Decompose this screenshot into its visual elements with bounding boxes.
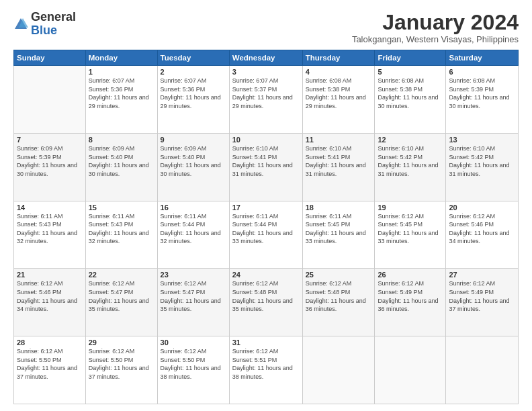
calendar-cell: 22Sunrise: 6:12 AMSunset: 5:47 PMDayligh… — [85, 269, 157, 336]
day-number: 3 — [232, 68, 300, 76]
day-info: Sunrise: 6:09 AMSunset: 5:40 PMDaylight:… — [161, 144, 226, 178]
calendar-cell: 5Sunrise: 6:08 AMSunset: 5:38 PMDaylight… — [375, 66, 446, 134]
day-info: Sunrise: 6:10 AMSunset: 5:41 PMDaylight:… — [232, 144, 300, 178]
subtitle: Talokgangan, Western Visayas, Philippine… — [352, 34, 519, 44]
logo-general-text: General — [31, 10, 76, 24]
day-info: Sunrise: 6:08 AMSunset: 5:38 PMDaylight:… — [306, 77, 372, 110]
calendar-cell: 24Sunrise: 6:12 AMSunset: 5:48 PMDayligh… — [229, 269, 302, 336]
week-row-2: 7Sunrise: 6:09 AMSunset: 5:39 PMDaylight… — [14, 133, 519, 201]
calendar-cell: 9Sunrise: 6:09 AMSunset: 5:40 PMDaylight… — [157, 133, 229, 201]
calendar-cell: 16Sunrise: 6:11 AMSunset: 5:44 PMDayligh… — [157, 201, 229, 269]
calendar-cell — [14, 66, 86, 134]
day-info: Sunrise: 6:10 AMSunset: 5:42 PMDaylight:… — [378, 144, 443, 178]
calendar-cell: 20Sunrise: 6:12 AMSunset: 5:46 PMDayligh… — [446, 201, 519, 269]
calendar-cell: 11Sunrise: 6:10 AMSunset: 5:41 PMDayligh… — [302, 133, 375, 201]
logo-blue-text: Blue — [31, 24, 57, 37]
day-info: Sunrise: 6:12 AMSunset: 5:48 PMDaylight:… — [306, 279, 372, 313]
day-number: 29 — [89, 338, 154, 347]
calendar-cell: 10Sunrise: 6:10 AMSunset: 5:41 PMDayligh… — [229, 133, 302, 201]
day-info: Sunrise: 6:12 AMSunset: 5:50 PMDaylight:… — [89, 347, 154, 381]
calendar-cell: 21Sunrise: 6:12 AMSunset: 5:46 PMDayligh… — [14, 269, 86, 336]
day-info: Sunrise: 6:12 AMSunset: 5:51 PMDaylight:… — [232, 347, 300, 381]
calendar-cell: 1Sunrise: 6:07 AMSunset: 5:36 PMDaylight… — [85, 66, 157, 134]
calendar-cell: 19Sunrise: 6:12 AMSunset: 5:45 PMDayligh… — [375, 201, 446, 269]
day-info: Sunrise: 6:07 AMSunset: 5:36 PMDaylight:… — [89, 77, 154, 110]
calendar-cell: 29Sunrise: 6:12 AMSunset: 5:50 PMDayligh… — [85, 336, 157, 404]
day-number: 24 — [232, 271, 300, 279]
day-info: Sunrise: 6:12 AMSunset: 5:46 PMDaylight:… — [17, 279, 83, 313]
day-number: 21 — [17, 271, 83, 279]
day-number: 13 — [449, 136, 515, 144]
day-number: 23 — [161, 271, 226, 279]
day-number: 19 — [378, 203, 443, 212]
day-info: Sunrise: 6:10 AMSunset: 5:41 PMDaylight:… — [306, 144, 372, 178]
day-info: Sunrise: 6:12 AMSunset: 5:45 PMDaylight:… — [378, 212, 443, 246]
week-row-5: 28Sunrise: 6:12 AMSunset: 5:50 PMDayligh… — [14, 336, 519, 404]
day-number: 26 — [378, 271, 443, 279]
day-info: Sunrise: 6:12 AMSunset: 5:47 PMDaylight:… — [89, 279, 154, 313]
calendar-cell: 27Sunrise: 6:12 AMSunset: 5:49 PMDayligh… — [446, 269, 519, 336]
day-info: Sunrise: 6:10 AMSunset: 5:42 PMDaylight:… — [449, 144, 515, 178]
week-row-3: 14Sunrise: 6:11 AMSunset: 5:43 PMDayligh… — [14, 201, 519, 269]
calendar-cell: 14Sunrise: 6:11 AMSunset: 5:43 PMDayligh… — [14, 201, 86, 269]
calendar-cell: 7Sunrise: 6:09 AMSunset: 5:39 PMDaylight… — [14, 133, 86, 201]
day-info: Sunrise: 6:08 AMSunset: 5:38 PMDaylight:… — [378, 77, 443, 110]
calendar-cell: 25Sunrise: 6:12 AMSunset: 5:48 PMDayligh… — [302, 269, 375, 336]
weekday-header-thursday: Thursday — [302, 50, 375, 66]
calendar-cell: 13Sunrise: 6:10 AMSunset: 5:42 PMDayligh… — [446, 133, 519, 201]
day-number: 7 — [17, 136, 83, 144]
day-number: 1 — [89, 68, 154, 76]
weekday-header-row: SundayMondayTuesdayWednesdayThursdayFrid… — [14, 50, 519, 66]
day-info: Sunrise: 6:12 AMSunset: 5:50 PMDaylight:… — [17, 347, 83, 381]
header: General Blue January 2024 Talokgangan, W… — [13, 11, 519, 44]
calendar-cell: 8Sunrise: 6:09 AMSunset: 5:40 PMDaylight… — [85, 133, 157, 201]
weekday-header-sunday: Sunday — [14, 50, 86, 66]
calendar-cell: 17Sunrise: 6:11 AMSunset: 5:44 PMDayligh… — [229, 201, 302, 269]
calendar-cell — [446, 336, 519, 404]
day-info: Sunrise: 6:11 AMSunset: 5:44 PMDaylight:… — [161, 212, 226, 246]
weekday-header-monday: Monday — [85, 50, 157, 66]
weekday-header-tuesday: Tuesday — [157, 50, 229, 66]
logo-text: General Blue — [31, 11, 76, 38]
day-number: 22 — [89, 271, 154, 279]
calendar-cell: 6Sunrise: 6:08 AMSunset: 5:39 PMDaylight… — [446, 66, 519, 134]
weekday-header-friday: Friday — [375, 50, 446, 66]
day-info: Sunrise: 6:12 AMSunset: 5:49 PMDaylight:… — [449, 279, 515, 313]
day-number: 6 — [449, 68, 515, 76]
calendar-cell: 15Sunrise: 6:11 AMSunset: 5:43 PMDayligh… — [85, 201, 157, 269]
day-number: 18 — [306, 203, 372, 212]
day-info: Sunrise: 6:12 AMSunset: 5:47 PMDaylight:… — [161, 279, 226, 313]
day-number: 9 — [161, 136, 226, 144]
day-number: 8 — [89, 136, 154, 144]
calendar-cell: 26Sunrise: 6:12 AMSunset: 5:49 PMDayligh… — [375, 269, 446, 336]
day-number: 2 — [161, 68, 226, 76]
day-number: 28 — [17, 338, 83, 347]
day-number: 30 — [161, 338, 226, 347]
day-number: 16 — [161, 203, 226, 212]
day-number: 12 — [378, 136, 443, 144]
title-area: January 2024 Talokgangan, Western Visaya… — [352, 11, 519, 44]
day-info: Sunrise: 6:12 AMSunset: 5:46 PMDaylight:… — [449, 212, 515, 246]
calendar-cell: 30Sunrise: 6:12 AMSunset: 5:50 PMDayligh… — [157, 336, 229, 404]
day-number: 31 — [232, 338, 300, 347]
calendar-cell: 12Sunrise: 6:10 AMSunset: 5:42 PMDayligh… — [375, 133, 446, 201]
calendar-cell — [375, 336, 446, 404]
logo-icon — [13, 17, 28, 32]
calendar-cell: 18Sunrise: 6:11 AMSunset: 5:45 PMDayligh… — [302, 201, 375, 269]
day-number: 25 — [306, 271, 372, 279]
day-info: Sunrise: 6:12 AMSunset: 5:48 PMDaylight:… — [232, 279, 300, 313]
day-info: Sunrise: 6:09 AMSunset: 5:39 PMDaylight:… — [17, 144, 83, 178]
day-number: 4 — [306, 68, 372, 76]
day-number: 10 — [232, 136, 300, 144]
calendar-table: SundayMondayTuesdayWednesdayThursdayFrid… — [13, 50, 519, 404]
day-number: 5 — [378, 68, 443, 76]
day-number: 17 — [232, 203, 300, 212]
day-info: Sunrise: 6:11 AMSunset: 5:45 PMDaylight:… — [306, 212, 372, 246]
day-number: 27 — [449, 271, 515, 279]
calendar-cell: 4Sunrise: 6:08 AMSunset: 5:38 PMDaylight… — [302, 66, 375, 134]
week-row-4: 21Sunrise: 6:12 AMSunset: 5:46 PMDayligh… — [14, 269, 519, 336]
day-number: 11 — [306, 136, 372, 144]
calendar-cell: 2Sunrise: 6:07 AMSunset: 5:36 PMDaylight… — [157, 66, 229, 134]
day-number: 15 — [89, 203, 154, 212]
calendar-cell: 28Sunrise: 6:12 AMSunset: 5:50 PMDayligh… — [14, 336, 86, 404]
